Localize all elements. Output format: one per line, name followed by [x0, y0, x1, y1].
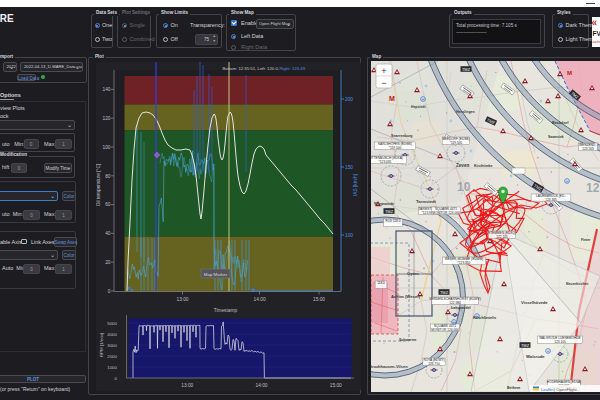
- svg-text:MONITOR 124.000: MONITOR 124.000: [432, 211, 460, 215]
- svg-text:| OpenFlight..: | OpenFlight..: [554, 386, 579, 391]
- svg-text:Right: 126.49: Right: 126.49: [280, 66, 306, 71]
- svg-text:Kirchtimke: Kirchtimke: [474, 164, 493, 168]
- svg-text:3000: 3000: [107, 343, 117, 348]
- svg-text:140: 140: [102, 87, 110, 92]
- svg-text:Finter: Finter: [581, 238, 591, 242]
- svg-text:Hepstedt: Hepstedt: [411, 105, 426, 109]
- svg-text:TMZ: TMZ: [440, 289, 449, 294]
- svg-text:TMZ: TMZ: [521, 342, 530, 347]
- svg-text:0: 0: [108, 289, 111, 294]
- svg-text:200: 200: [345, 97, 353, 102]
- svg-text:FLG 118.0: FLG 118.0: [386, 219, 401, 223]
- svg-text:Schwarme: Schwarme: [399, 338, 417, 342]
- svg-text:100: 100: [102, 145, 110, 150]
- svg-text:Worpswede: Worpswede: [374, 202, 394, 206]
- svg-text:Achim (Weser): Achim (Weser): [391, 294, 421, 299]
- svg-text:Oyten: Oyten: [407, 271, 419, 276]
- svg-text:M: M: [389, 95, 395, 102]
- svg-text:Leaflet: Leaflet: [541, 386, 554, 391]
- svg-text:2000: 2000: [107, 354, 117, 359]
- svg-text:40: 40: [105, 231, 111, 236]
- svg-text:14:00: 14:00: [255, 383, 267, 388]
- svg-text:123.505: 123.505: [582, 147, 594, 151]
- svg-text:150: 150: [345, 165, 353, 170]
- svg-text:H: H: [566, 179, 569, 183]
- svg-text:MONITOR 124.000: MONITOR 124.000: [431, 328, 459, 332]
- svg-text:12: 12: [586, 181, 600, 195]
- svg-text:Bruchhausen-Vilsen: Bruchhausen-Vilsen: [371, 364, 408, 369]
- svg-text:122.380: 122.380: [449, 301, 461, 305]
- svg-text:80: 80: [105, 174, 111, 179]
- svg-text:15:00: 15:00: [330, 383, 342, 388]
- svg-text:122.105: 122.105: [496, 235, 508, 239]
- svg-text:−: −: [381, 77, 386, 87]
- svg-text:5000: 5000: [107, 321, 117, 326]
- svg-text:Heeslingen: Heeslingen: [456, 110, 475, 114]
- svg-text:Timestamp: Timestamp: [214, 308, 238, 313]
- svg-text:13:00: 13:00: [181, 383, 193, 388]
- svg-text:*119.500: *119.500: [389, 146, 402, 150]
- svg-text:118.0: 118.0: [377, 281, 385, 285]
- svg-text:IAS [km/h]: IAS [km/h]: [353, 174, 358, 196]
- svg-text:*123.035: *123.035: [379, 160, 392, 164]
- svg-text:Snarrenburg: Snarrenburg: [391, 134, 413, 138]
- svg-text:20: 20: [105, 260, 111, 265]
- svg-text:120: 120: [102, 116, 110, 121]
- svg-text:Walsrode: Walsrode: [526, 354, 545, 359]
- svg-text:Bottom: 12:35:51, Left: 120.0,: Bottom: 12:35:51, Left: 120.0,: [222, 66, 279, 71]
- svg-text:Langwedel: Langwedel: [451, 306, 471, 310]
- svg-text:Saamsiek: Saamsiek: [548, 135, 564, 139]
- svg-text:*123.350: *123.350: [458, 261, 471, 265]
- svg-text:14:00: 14:00: [254, 297, 266, 302]
- svg-text:126.710: 126.710: [428, 362, 440, 366]
- svg-text:Beckdorf: Beckdorf: [552, 121, 569, 125]
- svg-text:Visselhövede: Visselhövede: [521, 300, 548, 305]
- svg-text:4000: 4000: [107, 332, 117, 337]
- svg-text:TMZ: TMZ: [385, 208, 394, 213]
- svg-text:RPM [1/min]: RPM [1/min]: [99, 333, 104, 357]
- svg-text:15:00: 15:00: [313, 297, 325, 302]
- svg-text:Neuenkirchen: Neuenkirchen: [566, 282, 588, 286]
- svg-text:*119.505: *119.505: [450, 141, 463, 145]
- svg-text:H: H: [422, 97, 425, 101]
- svg-text:Kirchlinteln: Kirchlinteln: [473, 315, 496, 320]
- svg-text:60: 60: [105, 202, 111, 207]
- svg-text:TMZ: TMZ: [462, 66, 471, 71]
- svg-text:H: H: [547, 349, 550, 353]
- svg-text:+: +: [381, 65, 386, 75]
- svg-text:1000: 1000: [107, 365, 117, 370]
- svg-text:13:00: 13:00: [176, 297, 188, 302]
- svg-text:Map Marker: Map Marker: [204, 272, 228, 277]
- svg-text:100: 100: [345, 233, 353, 238]
- svg-text:123.105: 123.105: [554, 340, 566, 344]
- svg-text:Tarmstedt: Tarmstedt: [416, 199, 437, 204]
- svg-text:M: M: [567, 70, 572, 76]
- svg-text:124.465: 124.465: [545, 198, 557, 202]
- svg-text:Zeven: Zeven: [456, 163, 469, 168]
- svg-text:Oil temperature [°C]: Oil temperature [°C]: [96, 164, 101, 206]
- svg-text:10: 10: [457, 180, 471, 194]
- svg-text:Bethem: Bethem: [507, 386, 520, 390]
